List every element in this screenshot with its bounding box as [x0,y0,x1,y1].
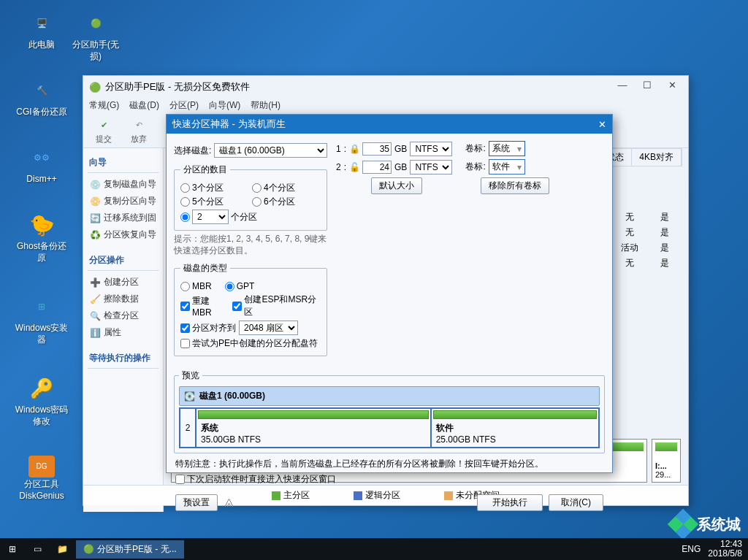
sidebar-section-partition-ops: 分区操作 [88,250,159,271]
usage-bar [433,410,597,419]
window-titlebar: 🟢 分区助手PE版 - 无损分区免费软件 — ☐ ✕ [83,76,688,98]
disk-icon: 💽 [184,391,195,402]
menu-disk[interactable]: 磁盘(D) [129,99,159,112]
system-tray: ENG 12:43 2018/5/8 [682,540,748,559]
disk-copy-icon: 💿 [89,179,101,191]
disk-icon: DG [28,456,55,477]
desktop-icon-ghost-backup[interactable]: 🐤Ghost备份还原 [15,210,69,264]
sidebar-item-check[interactable]: 🔍检查分区 [88,307,159,324]
radio-mbr[interactable]: MBR [180,281,212,291]
dialog-close-icon[interactable]: ✕ [598,119,606,130]
chevron-icon[interactable]: ⩓ [224,496,235,510]
warning-text: 特别注意：执行此操作后，当前所选磁盘上已经存在的所有分区将被删除！按回车键开始分… [175,458,603,470]
maximize-button[interactable]: ☐ [637,80,657,94]
check-align[interactable]: 分区对齐到 [180,322,236,334]
tool-discard[interactable]: ↶放弃 [124,116,153,145]
partition-count-label: 分区的数目 [180,164,230,176]
desktop-icon-partition-assistant[interactable]: 🟢分区助手(无损) [69,9,123,62]
gears-icon: ⚙⚙ [27,143,56,172]
minimize-button[interactable]: — [612,80,633,94]
menu-general[interactable]: 常规(G) [89,99,119,112]
clear-labels-button[interactable]: 移除所有卷标 [481,177,549,194]
menu-help[interactable]: 帮助(H) [251,99,280,112]
desktop-icon-dism[interactable]: ⚙⚙Dism++ [15,143,69,185]
sidebar-item-recover-part[interactable]: ♻️分区恢复向导 [88,226,159,243]
preset-button[interactable]: 预设置 [175,494,218,511]
sidebar-section-wizard: 向导 [88,153,159,173]
start-button[interactable]: ⊞ [0,538,25,560]
size-input-2[interactable] [362,161,392,174]
desktop-icon-this-pc[interactable]: 🖥️此电脑 [15,9,69,51]
grid-rows: 无是 无是 活动是 无是 [612,167,682,272]
fs-select-2[interactable]: NTFS [410,160,452,174]
sidebar-item-wipe[interactable]: 🧹擦除数据 [88,291,159,307]
custom-count-select[interactable]: 2 [192,210,229,224]
recover-icon: ♻️ [89,229,101,241]
table-row[interactable]: 无是 [612,257,682,269]
unlock-icon[interactable]: 🔓 [349,162,359,172]
app-logo-icon: 🟢 [89,82,101,93]
radio-5-partitions[interactable]: 5个分区 [180,196,249,208]
file-explorer-button[interactable]: 📁 [50,544,75,554]
sidebar-item-migrate-os[interactable]: 🔄迁移系统到固 [88,210,159,226]
preview-group: 预览 💽 磁盘1 (60.00GB) 2 系统35.00GB NTFS 软件25… [174,369,605,453]
col-4kb[interactable]: 4KB对齐 [632,149,682,166]
taskbar: ⊞ ▭ 📁 🟢分区助手PE版 - 无... ENG 12:43 2018/5/8 [0,538,748,560]
desktop-icon-diskgenius[interactable]: DG分区工具DiskGenius [15,456,69,502]
preview-label: 预览 [179,369,202,382]
radio-custom-count[interactable]: 2 个分区 [180,210,321,224]
check-next-open[interactable]: 下次启动软件时直接进入快速分区窗口 [175,473,603,486]
fs-select-1[interactable]: NTFS [410,142,452,156]
volume-label-2[interactable]: 软件▾ [489,159,525,174]
desktop-icon-windows-installer[interactable]: ⊞Windows安装器 [15,292,69,345]
windows-icon: ⊞ [27,292,56,321]
disk-block[interactable]: I:...29... [652,439,681,483]
align-select[interactable]: 2048 扇区 [239,321,298,335]
watermark: 系统城 [672,513,741,535]
task-view-button[interactable]: ▭ [25,544,50,554]
dialog-title: 快速分区神器 - 为装机而生 [172,118,286,131]
tray-date[interactable]: 2018/5/8 [708,549,742,559]
execute-button[interactable]: 开始执行 [477,494,543,511]
size-input-1[interactable] [362,142,392,156]
disk-select[interactable]: 磁盘1 (60.00GB) [214,143,327,158]
check-pe-letter[interactable]: 尝试为PE中创建的分区分配盘符 [180,337,321,350]
app-icon: 🟢 [81,9,110,38]
sidebar-item-properties[interactable]: ℹ️属性 [88,324,159,341]
window-title: 分区助手PE版 - 无损分区免费软件 [105,80,250,93]
taskbar-app[interactable]: 🟢分区助手PE版 - 无... [76,540,184,559]
check-rebuild-mbr[interactable]: 重建MBR [180,295,226,318]
menu-partition[interactable]: 分区(P) [169,99,199,112]
cancel-button[interactable]: 取消(C) [549,494,603,511]
menu-wizard[interactable]: 向导(W) [209,99,240,112]
volume-label-1[interactable]: 系统▾ [489,141,525,156]
radio-6-partitions[interactable]: 6个分区 [252,196,321,208]
desktop-icon-password-edit[interactable]: 🔑Windows密码修改 [15,374,69,427]
tool-commit[interactable]: ✔提交 [89,116,118,145]
default-size-button[interactable]: 默认大小 [371,177,422,194]
radio-3-partitions[interactable]: 3个分区 [180,182,249,194]
check-icon: ✔ [92,116,115,134]
close-button[interactable]: ✕ [662,80,682,94]
usage-bar [655,442,677,451]
table-row[interactable]: 活动是 [612,242,682,254]
radio-4-partitions[interactable]: 4个分区 [252,182,321,194]
desktop-icon-cgi-backup[interactable]: 🔨CGI备份还原 [15,76,69,118]
migrate-icon: 🔄 [89,212,101,224]
sidebar-item-copy-disk[interactable]: 💿复制磁盘向导 [88,176,159,193]
sidebar-item-create[interactable]: ➕创建分区 [88,274,159,291]
lock-icon[interactable]: 🔒 [349,144,359,154]
search-icon: 🔍 [89,310,101,322]
tray-lang[interactable]: ENG [682,544,701,554]
preview-part-1[interactable]: 系统35.00GB NTFS [196,409,432,447]
check-esp-msr[interactable]: 创建ESP和MSR分区 [232,294,321,318]
key-icon: 🔑 [27,374,56,403]
preview-part-2[interactable]: 软件25.00GB NTFS [432,409,598,447]
partition-row-1: 1: 🔒 GB NTFS 卷标: 系统▾ [336,141,605,156]
sidebar-item-copy-part[interactable]: 📀复制分区向导 [88,193,159,210]
radio-gpt[interactable]: GPT [225,281,255,291]
table-row[interactable]: 无是 [612,226,682,239]
hammer-icon: 🔨 [27,76,56,105]
disk-type-label: 磁盘的类型 [180,262,230,275]
table-row[interactable]: 无是 [612,211,682,223]
